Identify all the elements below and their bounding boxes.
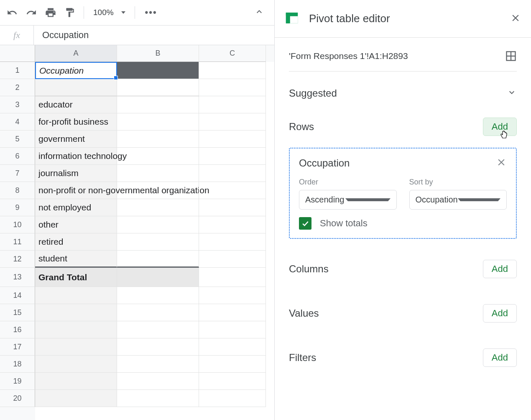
add-columns-button[interactable]: Add <box>483 260 517 278</box>
zoom-dropdown[interactable]: 100% <box>90 8 129 17</box>
cell[interactable]: for-profit business <box>35 113 117 131</box>
cell[interactable] <box>35 321 117 338</box>
cell[interactable] <box>117 113 199 131</box>
add-rows-button[interactable]: Add <box>483 118 517 136</box>
row-header[interactable]: 1 <box>0 62 35 79</box>
cell[interactable] <box>35 390 117 407</box>
cell[interactable] <box>117 356 199 373</box>
formula-input[interactable] <box>34 30 274 41</box>
row-header[interactable]: 3 <box>0 96 35 113</box>
row-header[interactable]: 17 <box>0 338 35 356</box>
cell[interactable] <box>117 338 199 356</box>
cell[interactable] <box>117 233 199 251</box>
cell[interactable] <box>199 304 266 321</box>
cell[interactable] <box>199 113 266 131</box>
row-header[interactable]: 19 <box>0 373 35 390</box>
sortby-select[interactable]: Occupation <box>409 190 507 210</box>
cell[interactable] <box>117 62 199 79</box>
more-button[interactable]: ••• <box>141 7 161 18</box>
cell[interactable] <box>199 338 266 356</box>
cell[interactable] <box>199 268 266 287</box>
cell[interactable] <box>199 62 266 79</box>
paint-format-button[interactable] <box>62 5 78 20</box>
cell[interactable] <box>117 251 199 268</box>
undo-button[interactable] <box>4 5 20 20</box>
cell[interactable]: journalism <box>35 165 117 182</box>
cell[interactable]: non-profit or non-governmental organizat… <box>35 182 117 199</box>
suggested-section[interactable]: Suggested <box>289 72 517 110</box>
cell[interactable] <box>117 373 199 390</box>
cell[interactable] <box>199 79 266 96</box>
cell[interactable]: government <box>35 131 117 148</box>
order-select[interactable]: Ascending <box>299 190 397 210</box>
cell[interactable] <box>199 373 266 390</box>
cell[interactable] <box>199 148 266 165</box>
row-header[interactable]: 16 <box>0 321 35 338</box>
cell[interactable] <box>117 304 199 321</box>
cell[interactable] <box>199 321 266 338</box>
cell[interactable] <box>199 182 266 199</box>
row-header[interactable]: 14 <box>0 287 35 304</box>
cell[interactable] <box>117 287 199 304</box>
select-all-corner[interactable] <box>0 45 35 62</box>
cell[interactable] <box>117 321 199 338</box>
add-values-button[interactable]: Add <box>483 304 517 323</box>
cell[interactable] <box>117 182 199 199</box>
cell[interactable]: other <box>35 216 117 233</box>
add-filters-button[interactable]: Add <box>483 348 517 367</box>
collapse-toolbar-button[interactable] <box>254 7 264 18</box>
cell[interactable] <box>199 356 266 373</box>
cell[interactable] <box>199 199 266 216</box>
row-header[interactable]: 12 <box>0 251 35 268</box>
cell[interactable] <box>199 287 266 304</box>
row-header[interactable]: 10 <box>0 216 35 233</box>
cell[interactable] <box>35 356 117 373</box>
close-editor-button[interactable] <box>510 13 521 25</box>
cell[interactable] <box>35 338 117 356</box>
cell[interactable]: Grand Total <box>35 268 117 287</box>
cell[interactable] <box>199 216 266 233</box>
cell[interactable]: Occupation <box>35 62 117 79</box>
spreadsheet-grid[interactable]: 1234567891011121314151617181920 A B C Oc… <box>0 45 274 420</box>
cell[interactable] <box>117 131 199 148</box>
cell[interactable] <box>35 373 117 390</box>
row-header[interactable]: 18 <box>0 356 35 373</box>
cell[interactable] <box>117 390 199 407</box>
show-totals-checkbox[interactable] <box>299 217 311 230</box>
cell[interactable] <box>117 199 199 216</box>
remove-field-button[interactable] <box>496 157 507 169</box>
select-range-button[interactable] <box>505 50 517 62</box>
cell[interactable] <box>117 216 199 233</box>
print-button[interactable] <box>43 5 59 20</box>
row-header[interactable]: 13 <box>0 268 35 287</box>
row-header[interactable]: 6 <box>0 148 35 165</box>
cell[interactable] <box>35 304 117 321</box>
cell[interactable] <box>117 268 199 287</box>
cell[interactable]: student <box>35 251 117 268</box>
cell[interactable] <box>117 148 199 165</box>
cell[interactable] <box>199 131 266 148</box>
row-header[interactable]: 15 <box>0 304 35 321</box>
cell[interactable] <box>117 96 199 113</box>
cell[interactable] <box>35 79 117 96</box>
cell[interactable] <box>199 96 266 113</box>
cell[interactable] <box>199 233 266 251</box>
cell[interactable]: retired <box>35 233 117 251</box>
column-header-c[interactable]: C <box>199 45 266 62</box>
cell[interactable]: not employed <box>35 199 117 216</box>
cell[interactable] <box>35 287 117 304</box>
cell[interactable] <box>117 165 199 182</box>
row-header[interactable]: 8 <box>0 182 35 199</box>
row-header[interactable]: 9 <box>0 199 35 216</box>
row-header[interactable]: 7 <box>0 165 35 182</box>
column-header-b[interactable]: B <box>117 45 199 62</box>
row-header[interactable]: 20 <box>0 390 35 407</box>
row-header[interactable]: 2 <box>0 79 35 96</box>
cell[interactable]: educator <box>35 96 117 113</box>
row-header[interactable]: 4 <box>0 113 35 131</box>
column-header-a[interactable]: A <box>35 45 117 62</box>
cell[interactable] <box>199 165 266 182</box>
cell[interactable] <box>199 251 266 268</box>
row-header[interactable]: 11 <box>0 233 35 251</box>
cell[interactable] <box>199 390 266 407</box>
